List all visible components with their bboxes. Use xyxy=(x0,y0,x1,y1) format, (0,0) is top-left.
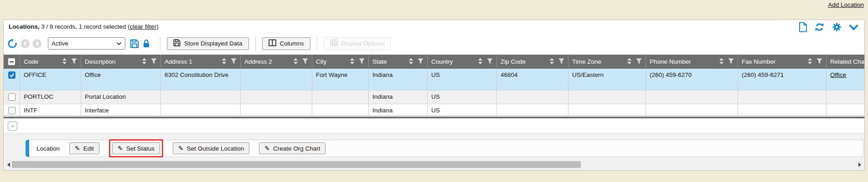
sort-icon[interactable] xyxy=(549,58,554,66)
store-displayed-data-button[interactable]: Store Displayed Data xyxy=(167,37,249,50)
store-displayed-data-label: Store Displayed Data xyxy=(184,40,243,47)
select-all-checkbox[interactable] xyxy=(4,55,20,69)
cell-fax-number xyxy=(738,91,827,104)
columns-button[interactable]: Columns xyxy=(262,37,310,50)
filter-icon[interactable] xyxy=(231,58,237,66)
unchecked-checkbox-icon[interactable] xyxy=(8,93,16,101)
sort-icon[interactable] xyxy=(293,58,298,66)
toolbar-separator xyxy=(317,37,317,51)
sort-icon[interactable] xyxy=(62,58,67,66)
header-cell-related-cha[interactable]: Related Cha xyxy=(827,55,864,69)
prev-record-icon[interactable] xyxy=(21,39,30,48)
page-icon[interactable] xyxy=(798,22,807,32)
add-location-link[interactable]: Add Location xyxy=(828,1,864,8)
cell-address-2 xyxy=(241,104,312,116)
action-group-label: Location xyxy=(36,145,60,152)
toolbar-separator xyxy=(255,37,256,51)
row-checkbox[interactable] xyxy=(4,69,20,90)
sort-icon[interactable] xyxy=(807,58,812,66)
sort-icon[interactable] xyxy=(719,58,724,66)
scroll-right-icon[interactable] xyxy=(856,161,863,168)
clear-filter-link[interactable]: clear filter xyxy=(130,23,157,30)
create-org-chart-button[interactable]: Create Org Chart xyxy=(259,142,326,154)
filter-icon[interactable] xyxy=(151,58,157,66)
set-outside-location-button[interactable]: Set Outside Location xyxy=(173,142,249,154)
refresh-icon[interactable] xyxy=(814,22,825,32)
cell-related xyxy=(827,91,864,104)
cell-address-2 xyxy=(241,91,312,104)
filter-icon[interactable] xyxy=(418,58,424,66)
sort-icon[interactable] xyxy=(222,58,227,66)
filter-icon[interactable] xyxy=(636,58,642,66)
filter-icon[interactable] xyxy=(71,58,77,66)
table-header-row: CodeDescriptionAddress 1Address 2CitySta… xyxy=(4,55,864,69)
cell-code: INTF xyxy=(20,104,81,116)
header-cell-state[interactable]: State xyxy=(369,55,428,69)
cell-zip-code: 46804 xyxy=(497,69,568,90)
lock-icon[interactable] xyxy=(142,39,150,48)
pencil-icon xyxy=(75,145,80,152)
display-options-icon xyxy=(330,39,338,48)
table-row-intf[interactable]: INTFInterfaceIndianaUS xyxy=(4,104,864,116)
header-cell-address-1[interactable]: Address 1 xyxy=(161,55,241,69)
cell-country: US xyxy=(428,69,497,90)
set-status-button[interactable]: Set Status xyxy=(112,142,160,154)
undo-icon[interactable] xyxy=(7,39,17,49)
cell-phone-number xyxy=(646,104,738,116)
table-row-portloc[interactable]: PORTLOCPortal LocationIndianaUS xyxy=(4,91,864,104)
save-icon xyxy=(173,39,181,48)
pencil-icon xyxy=(264,145,270,152)
cell-city xyxy=(312,91,369,104)
display-options-label: Display Options xyxy=(341,40,385,47)
panel-title-row: Locations, 3 / 8 records, 1 record selec… xyxy=(4,20,864,33)
record-summary: 3 / 8 records, 1 record selected ( xyxy=(40,23,130,30)
cell-address-1: 6302 Constitution Drive xyxy=(161,69,241,90)
cell-address-1 xyxy=(161,104,241,116)
scroll-left-icon[interactable] xyxy=(5,161,12,168)
chevron-down-icon[interactable] xyxy=(849,23,858,31)
filter-icon[interactable] xyxy=(487,58,493,66)
action-container: Location EditSet StatusSet Outside Locat… xyxy=(26,140,863,157)
row-checkbox[interactable] xyxy=(4,91,20,104)
sort-icon[interactable] xyxy=(627,58,632,66)
sort-icon[interactable] xyxy=(478,58,483,66)
pencil-icon xyxy=(178,145,184,152)
display-options-button[interactable]: Display Options xyxy=(324,37,391,50)
edit-button[interactable]: Edit xyxy=(69,142,99,154)
filter-icon[interactable] xyxy=(728,58,734,66)
row-checkbox[interactable] xyxy=(4,104,20,116)
collapse-panel-button[interactable] xyxy=(8,121,17,131)
table-row-office[interactable]: OFFICEOffice6302 Constitution DriveFort … xyxy=(4,69,864,91)
sort-icon[interactable] xyxy=(408,58,413,66)
sort-icon[interactable] xyxy=(350,58,355,66)
filter-icon[interactable] xyxy=(359,58,365,66)
status-filter-select[interactable]: Active xyxy=(48,37,125,50)
scrollbar-thumb[interactable] xyxy=(12,161,581,168)
next-record-icon[interactable] xyxy=(32,39,41,48)
header-cell-country[interactable]: Country xyxy=(428,55,497,69)
panel-icon-bar xyxy=(798,22,858,32)
filter-icon[interactable] xyxy=(558,58,564,66)
checked-checkbox-icon[interactable] xyxy=(8,71,16,79)
filter-icon[interactable] xyxy=(816,58,822,66)
select-chevron-icon xyxy=(116,40,122,47)
cell-code: PORTLOC xyxy=(20,91,81,104)
cell-zip-code xyxy=(497,91,568,104)
cell-phone-number: (260) 459-6270 xyxy=(646,69,738,90)
header-cell-fax-number[interactable]: Fax Number xyxy=(738,55,827,69)
save-icon[interactable] xyxy=(130,39,139,48)
filter-icon[interactable] xyxy=(302,58,308,66)
header-cell-city[interactable]: City xyxy=(312,55,369,69)
header-cell-description[interactable]: Description xyxy=(81,55,161,69)
gear-icon[interactable] xyxy=(832,22,842,32)
related-chart-link[interactable]: Office xyxy=(830,71,846,78)
header-cell-phone-number[interactable]: Phone Number xyxy=(646,55,738,69)
horizontal-scrollbar[interactable] xyxy=(5,161,863,168)
grid-toolbar: Active Store Displayed Data Columns Disp… xyxy=(4,33,864,54)
header-cell-time-zone[interactable]: Time Zone xyxy=(568,55,646,69)
header-cell-zip-code[interactable]: Zip Code xyxy=(497,55,568,69)
unchecked-checkbox-icon[interactable] xyxy=(8,107,16,114)
sort-icon[interactable] xyxy=(142,58,147,66)
header-cell-address-2[interactable]: Address 2 xyxy=(241,55,312,69)
header-cell-code[interactable]: Code xyxy=(20,55,81,69)
